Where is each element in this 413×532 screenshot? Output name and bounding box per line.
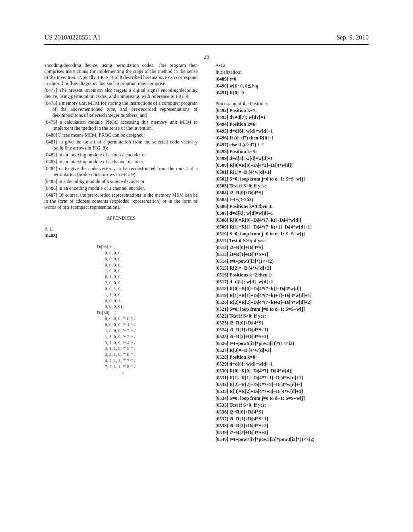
para-0494: [0494] Position k=6: (215, 121, 369, 127)
left-column: encoding/decoding device, using permutat… (44, 62, 198, 520)
publication-date: Sep. 9, 2010 (336, 34, 369, 41)
para-0538: [0538] i5=R[2]+Dₗ[4*S+2] (215, 423, 369, 429)
dl36-row0: 0, 0, 0, 0, (105, 250, 198, 256)
initialization-heading: Initialization: (215, 69, 369, 75)
dl36-row2: 0, 0, 0, 0, (105, 262, 198, 268)
dl36b-row2: 1, 0, 0, 0, /* 2!* / (105, 328, 198, 334)
dl36b-row8: 7, 2, 1, 1, /* 8!* / (105, 364, 198, 370)
para-0512: [0512] i2=R[0]+Dₗ[4*S] (215, 245, 369, 251)
para-0510: [0510] S=0; loop from j=0 to d−1: S=S+w[… (215, 231, 369, 237)
para-0535: [0535] Test if S>0; if yes: (215, 402, 369, 408)
para-0521: [0521] S=0; loop from j=0 to d−1: S=S+w[… (215, 306, 369, 312)
dl36b-row4: 3, 1, 0, 0, /* 4!* / (105, 340, 198, 346)
para-0522: [0522] Test if S>0; if yes: (215, 313, 369, 319)
para-0517: [0517] d=d[k]; w[d]=w[d]+1 (215, 279, 369, 285)
para-0479: [0479] a calculation module PROC accessi… (44, 119, 198, 131)
para-0506: [0506] Positions k=4 then 3: (215, 204, 369, 210)
para-0480: [0480] These means MEM, PROC can be desi… (44, 132, 198, 138)
page-number: 26 (204, 54, 209, 60)
para-0515: [0515] R[2]=−Dₗ[4*w[d]+2] (215, 265, 369, 271)
para-0477: [0477] The present invention also target… (44, 87, 198, 100)
para-0528: [0528] Position k=0: (215, 354, 369, 360)
para-0533: [0533] R[3]=R[2]+Dₗ[4*7+3]−Dₗ[4*w[d]+3] (215, 389, 369, 395)
para-0496: [0496] If (d=d7) then R[0]=1 (215, 135, 369, 141)
dl36b-close: }; (121, 370, 198, 376)
para-0501: [0501] R[1]=−Dₗ[4*w[d]+1] (215, 169, 369, 175)
dl36-row3: 1, 0, 0, 0, (105, 268, 198, 274)
para-intro: encoding/decoding device, using permutat… (44, 62, 198, 87)
dl36b-row6: 4, 2, 1, 0, /* 6!* / (105, 351, 198, 357)
dl36-row9: 3, 0, 0, 0}; (105, 303, 198, 310)
dl36-row1: 0, 0, 0, 0, (105, 256, 198, 262)
dl36b-row0: 0, 0, 0, 0, /* 0!* / (105, 316, 198, 322)
para-0526: [0526] t=t+pow5[i5]*pow3[i3]*(1<<i2) (215, 341, 369, 347)
para-0495: [0495] d=d[6]; w[d]=w[d]+1 (215, 128, 369, 134)
para-0523: [0523] i2=R[0]+Dₗ[4*S] (215, 320, 369, 326)
para-0509: [0509] R[1]=R[1]+Dₗ[4*(7−k)+1]−Dₗ[4*w[d]… (215, 224, 369, 230)
para-0540: [0540] t=t+pow7[i7]*pow5[i5]*pow3[i3]*(1… (215, 436, 369, 443)
para-0534: [0534] S=0; loop from j=0 to d−1: S=S+w[… (215, 395, 369, 401)
para-0525: [0525] i5=R[2]+Dₗ[4*S+2] (215, 334, 369, 340)
dl36b-row1: 0, 0, 0, 0, /* 1!* / (105, 322, 198, 328)
dl36-row8: 0, 0, 0, 1, (105, 298, 198, 304)
para-0531: [0531] R[1]=R[1]+Dₗ[4*7+1]−Dₗ[4*w[d]+1] (215, 375, 369, 381)
para-0492: [0492] Position k=7: (215, 108, 369, 114)
dl36b-open: Dₗᵣ[36] = { (97, 310, 198, 316)
para-0489: [0489] t=0 (215, 76, 369, 82)
para-0539: [0539] i7=R[3]+Dₗ[4*S+3] (215, 430, 369, 436)
para-0507: [0507] d=d[k]; w[d]=w[d]+1 (215, 210, 369, 216)
para-0505: [0505] t=t+(1<<i2) (215, 197, 369, 203)
para-0527: [0527] R[3]=−Dₗ[4*w[d]+3] (215, 347, 369, 353)
dl36-row6: 0, 0, 1, 0, (105, 286, 198, 292)
dl36-row4: 0, 1, 0, 0, (105, 274, 198, 280)
patent-page: US 2010/0228551 A1 Sep. 9, 2010 26 encod… (0, 0, 413, 532)
para-0532: [0532] R[2]=R[2]+Dₗ[4*7+2]−Dₗ[4*w[d]+²] (215, 382, 369, 388)
dl36-open: Dₗ[36] = { (97, 244, 198, 250)
para-0516: [0516] Positions k=2 then 1: (215, 272, 369, 278)
para-0508: [0508] R[0]=R[0]+Dₗ[4*(7−k)]−Dₗ[4*w[d]] (215, 217, 369, 223)
para-0497: [0497] else if (d>d7) t=1 (215, 142, 369, 148)
para-0491: [0491] R[0]=0 (215, 90, 369, 96)
para-0488: [0488] (44, 233, 198, 239)
para-0486: [0486] in an encoding module of a channe… (44, 185, 198, 191)
para-0499: [0499] d=d[5]; w[d]=w[d]+1 (215, 156, 369, 162)
para-0483: [0483] in an indexing module of a channe… (44, 159, 198, 165)
para-0485: [0485] in a decoding module of a source … (44, 179, 198, 185)
para-0498: [0498] Position k=5: (215, 149, 369, 155)
dl36b-row3: 1, 1, 0, 0, /* 3!* / (105, 334, 198, 340)
para-0484: [0484] or to give the code vector y to b… (44, 166, 198, 178)
para-0529: [0529] d=d[0]; w[d]=w[d]+1 (215, 361, 369, 367)
para-0504: [0504] i2=R[0]+Dₗ[4*S] (215, 190, 369, 196)
publication-number: US 2010/0228551 A1 (44, 34, 101, 41)
page-header: US 2010/0228551 A1 Sep. 9, 2010 (44, 34, 369, 41)
section-a12: A-12 (215, 62, 369, 69)
para-0537: [0537] i3=R[1]+Dₗ[4*S+1] (215, 416, 369, 422)
para-0487: [0487] Of course, the prerecorded repres… (44, 192, 198, 210)
para-0502: [0502] S=0; loop from j=0 to d−1: S=S+w[… (215, 176, 369, 182)
para-0530: [0530] R[0]=R[0]+Dₗ[4*7]−Dₗ[4*w[d]] (215, 368, 369, 374)
para-0520: [0520] R[2]=R[2]+Dₗ[4*(7−k)+2]−Dₗ[4*w[d]… (215, 299, 369, 305)
appendices-title: APPENDICES (44, 215, 198, 221)
para-0481: [0481] to give the rank t of a permutati… (44, 139, 198, 151)
para-0536: [0536] i2=R[0]+Dₗ[4*S] (215, 409, 369, 415)
para-0519: [0519] R[1]=R[1]+Dₗ[4*(7−k)+1]−Dₗ[4*w[d]… (215, 293, 369, 299)
para-0513: [0513] i3=R[1]+Dₗ[4*S+1] (215, 251, 369, 258)
dl36-row5: 2, 0, 0, 0, (105, 280, 198, 286)
processing-heading: Processing of the Positions (215, 101, 369, 107)
para-0493: [0493] d7=d[7]; w[d7]=1 (215, 114, 369, 121)
dl36b-row5: 3, 1, 1, 0, /* 5!* / (105, 345, 198, 351)
para-0514: [0514] t=t+pow3[i3]*(1<<i2) (215, 258, 369, 264)
dl36b-row7: 4, 2, 1, 1, /* 7!* / (105, 357, 198, 364)
two-column-body: encoding/decoding device, using permutat… (44, 62, 369, 520)
para-0500: [0500] R[0]=R[0]+Dₗ[4*2]−Dₗ[4*w[d]] (215, 162, 369, 168)
para-0482: [0482] in an indexing module of a source… (44, 152, 198, 158)
para-0518: [0518] R[0]=R[0]+Dₗ[4*(7−k)]−Dₗ[4*w[d]] (215, 286, 369, 292)
para-0511: [0511] Test if S>0; if yes: (215, 238, 369, 244)
right-column: A-12 Initialization: [0489] t=0 [0490] w… (215, 62, 369, 520)
section-a11: A-11 (44, 226, 198, 232)
header-rule (44, 44, 369, 45)
dl36-row7: 1, 1, 0, 0, (105, 292, 198, 298)
para-0490: [0490] w[i]=0, 0≦i<q (215, 83, 369, 89)
para-0503: [0503] Test if S>0; if yes: (215, 183, 369, 189)
para-0524: [0524] i3=R[1]+Dₗ[4*S+1] (215, 327, 369, 333)
